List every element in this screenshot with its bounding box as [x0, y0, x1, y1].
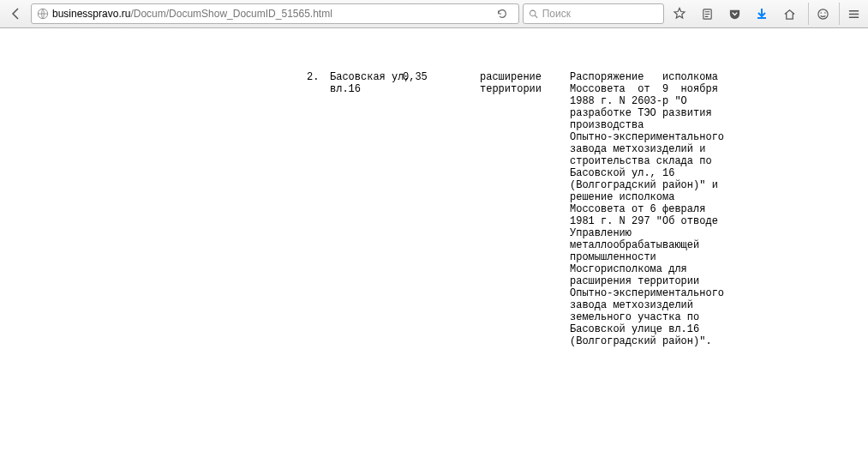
- menu-button[interactable]: [839, 3, 863, 25]
- svg-point-5: [824, 12, 826, 14]
- search-input[interactable]: [542, 8, 658, 20]
- reading-list-button[interactable]: [695, 3, 719, 25]
- star-icon: [673, 7, 686, 21]
- globe-icon: [37, 8, 49, 20]
- svg-point-4: [820, 12, 822, 14]
- smiley-icon: [817, 8, 829, 21]
- search-icon: [529, 9, 539, 20]
- cell-value: 0,35: [403, 71, 480, 83]
- cell-address: Басовская ул, вл.16: [330, 71, 403, 95]
- reload-icon: [496, 8, 508, 20]
- pocket-icon: [728, 8, 741, 21]
- svg-point-1: [530, 10, 536, 16]
- browser-toolbar: businesspravo.ru/Docum/DocumShow_DocumID…: [0, 0, 868, 28]
- pocket-button[interactable]: [722, 3, 746, 25]
- table-row: 2. Басовская ул, вл.16 0,35 расширение т…: [0, 71, 733, 347]
- cell-description: Распоряжение исполкома Моссовета от 9 но…: [570, 71, 733, 347]
- clipboard-icon: [701, 8, 714, 21]
- home-icon: [783, 8, 796, 21]
- download-arrow-icon: [755, 7, 769, 21]
- search-bar[interactable]: [523, 3, 664, 24]
- chevron-left-icon: [9, 7, 23, 21]
- cell-number: 2.: [0, 71, 330, 83]
- home-button[interactable]: [777, 3, 801, 25]
- bookmark-star-button[interactable]: [667, 3, 691, 25]
- url-bar[interactable]: businesspravo.ru/Docum/DocumShow_DocumID…: [31, 3, 519, 24]
- smiley-button[interactable]: [808, 3, 832, 25]
- cell-purpose: расширение территории: [480, 71, 570, 95]
- downloads-button[interactable]: [750, 3, 774, 25]
- url-text: businesspravo.ru/Docum/DocumShow_DocumID…: [52, 8, 493, 20]
- reload-button[interactable]: [496, 8, 513, 20]
- back-button[interactable]: [5, 3, 27, 25]
- svg-point-3: [818, 9, 828, 18]
- page-content: 2. Басовская ул, вл.16 0,35 расширение т…: [0, 28, 868, 452]
- document-table: 2. Басовская ул, вл.16 0,35 расширение т…: [0, 28, 733, 452]
- hamburger-icon: [847, 8, 860, 21]
